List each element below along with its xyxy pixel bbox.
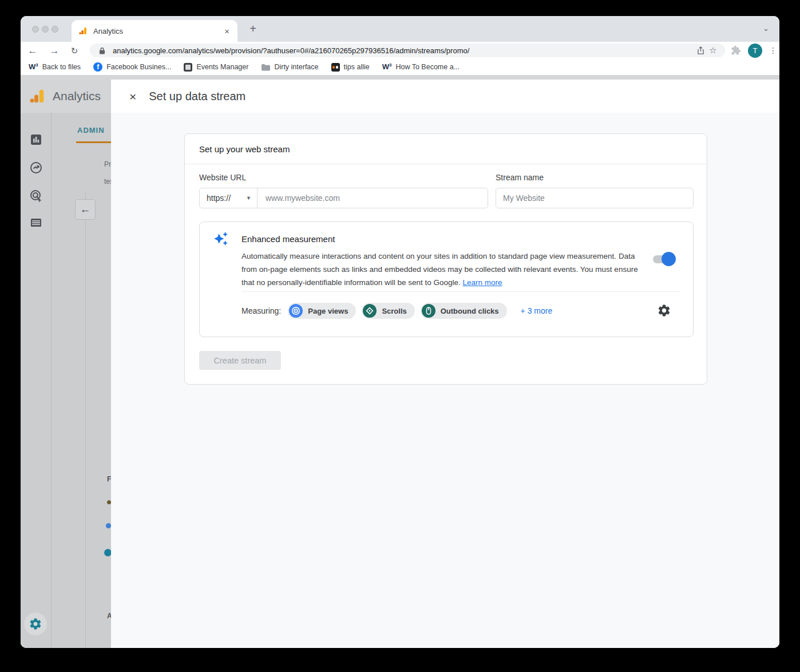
ga-nav-rail	[21, 113, 52, 648]
page-content: Analytics	[21, 75, 779, 648]
extensions-icon[interactable]	[731, 45, 741, 56]
share-icon[interactable]	[694, 46, 707, 55]
scrolls-move-icon	[363, 304, 377, 318]
enhanced-measurement-box: Enhanced measurement Automatically measu…	[199, 222, 694, 337]
events-manager-icon	[184, 63, 192, 72]
obscured-dot	[104, 549, 111, 556]
outbound-clicks-mouse-icon	[422, 304, 435, 318]
enhanced-measurement-description: Automatically measure interactions and c…	[241, 250, 651, 289]
ga-back-button[interactable]: ←	[75, 199, 96, 220]
bookmark-tips-allie[interactable]: tips allie	[331, 63, 370, 72]
tab-strip: Analytics × + ⌄	[21, 16, 779, 42]
browser-menu-icon[interactable]: ⋮	[769, 49, 775, 52]
modal-body: Set up your web stream Website URL Strea…	[111, 113, 779, 648]
ga-dimmed-background: Analytics	[21, 80, 111, 648]
forward-button[interactable]: →	[47, 46, 62, 56]
reload-button[interactable]: ↻	[67, 46, 82, 55]
bookmark-back-to-files[interactable]: W3 Back to files	[29, 63, 81, 71]
stepper-line	[85, 192, 86, 648]
tab-search-chevron-icon[interactable]: ⌄	[763, 24, 769, 33]
toggle-thumb	[662, 252, 676, 266]
card-body: Website URL Stream name https:// ▼	[185, 164, 707, 384]
page-views-eye-icon	[289, 304, 303, 318]
enhanced-measurement-title: Enhanced measurement	[241, 234, 335, 244]
back-button[interactable]: ←	[25, 46, 40, 56]
card-header: Set up your web stream	[185, 134, 707, 164]
explore-icon[interactable]	[29, 161, 43, 175]
w3-icon: W3	[29, 63, 38, 70]
tab-analytics[interactable]: Analytics ×	[72, 20, 237, 42]
enhanced-measurement-toggle[interactable]	[653, 255, 674, 264]
modal-title: Set up data stream	[149, 90, 245, 103]
star-bookmark-icon[interactable]: ☆	[707, 45, 719, 56]
obscured-fragment-test: tes	[104, 177, 111, 185]
protocol-value: https://	[207, 193, 231, 203]
web-stream-card: Set up your web stream Website URL Strea…	[184, 133, 707, 385]
reports-icon[interactable]	[29, 133, 43, 147]
admin-gear-button[interactable]	[24, 612, 47, 635]
bookmark-how-to-become[interactable]: W3 How To Become a...	[382, 63, 460, 71]
configure-icon[interactable]	[29, 216, 43, 230]
website-url-group: https:// ▼	[199, 188, 488, 208]
bookmark-dirty-interface[interactable]: Dirty interface	[261, 63, 318, 71]
stream-name-wrap	[496, 188, 694, 208]
obscured-dot	[106, 523, 111, 528]
dimmed-page-top-strip	[21, 75, 779, 80]
admin-tab-underline	[76, 141, 111, 143]
setup-data-stream-modal: × Set up data stream Set up your web str…	[111, 80, 779, 648]
close-icon[interactable]: ×	[129, 90, 136, 102]
ga-brand-text: Analytics	[53, 89, 101, 103]
tab-admin[interactable]: ADMIN	[77, 126, 105, 135]
new-tab-button[interactable]: +	[246, 23, 260, 34]
traffic-light-zoom[interactable]	[52, 26, 58, 33]
tab-title: Analytics	[93, 27, 223, 35]
more-measurements-link[interactable]: + 3 more	[521, 306, 553, 315]
chip-page-views[interactable]: Page views	[288, 303, 356, 319]
bookmark-facebook-business[interactable]: f Facebook Busines...	[93, 62, 171, 72]
divider	[241, 291, 680, 292]
profile-avatar[interactable]: T	[748, 44, 762, 58]
lock-icon	[96, 47, 108, 54]
advertising-icon[interactable]	[29, 189, 43, 203]
bookmark-events-manager[interactable]: Events Manager	[184, 63, 248, 72]
screenshot-stage: Analytics × + ⌄ ← → ↻ analytics.google.c…	[0, 0, 800, 672]
obscured-fragment-a: A	[107, 612, 111, 620]
obscured-fragment-property: Pr	[104, 160, 111, 168]
chip-outbound-clicks[interactable]: Outbound clicks	[421, 303, 507, 319]
url-text: analytics.google.com/analytics/web/provi…	[113, 46, 694, 55]
protocol-select[interactable]: https:// ▼	[200, 188, 258, 208]
folder-icon	[261, 64, 270, 71]
bookmarks-bar: W3 Back to files f Facebook Busines... E…	[21, 59, 779, 75]
ga-logo-icon	[29, 88, 46, 105]
measurement-settings-gear-icon[interactable]	[657, 303, 671, 318]
tab-close-icon[interactable]: ×	[223, 26, 231, 37]
measuring-row: Measuring: Page views	[241, 303, 552, 319]
measuring-label: Measuring:	[241, 306, 281, 315]
tips-allie-icon	[331, 63, 340, 72]
sparkle-icon	[213, 231, 228, 246]
ga-app-header: Analytics	[21, 80, 111, 113]
browser-window: Analytics × + ⌄ ← → ↻ analytics.google.c…	[21, 16, 779, 648]
modal-header: × Set up data stream	[111, 80, 779, 113]
toolbar-actions: T ⋮	[731, 44, 775, 58]
w3-icon: W3	[382, 63, 392, 70]
learn-more-link[interactable]: Learn more	[463, 278, 502, 287]
traffic-light-close[interactable]	[32, 26, 39, 33]
stream-name-label: Stream name	[496, 173, 544, 182]
chevron-down-icon: ▼	[246, 195, 251, 201]
ga-logo-icon	[78, 26, 88, 35]
stream-name-input[interactable]	[496, 188, 693, 208]
traffic-light-minimize[interactable]	[42, 26, 49, 33]
obscured-fragment-f: F	[107, 475, 111, 483]
facebook-icon: f	[93, 62, 102, 72]
website-url-input[interactable]	[258, 188, 488, 208]
create-stream-button[interactable]: Create stream	[199, 351, 281, 370]
website-url-label: Website URL	[199, 173, 246, 182]
browser-toolbar: ← → ↻ analytics.google.com/analytics/web…	[21, 42, 779, 59]
obscured-dot	[107, 500, 111, 504]
address-bar[interactable]: analytics.google.com/analytics/web/provi…	[90, 44, 725, 57]
chip-scrolls[interactable]: Scrolls	[362, 303, 414, 319]
